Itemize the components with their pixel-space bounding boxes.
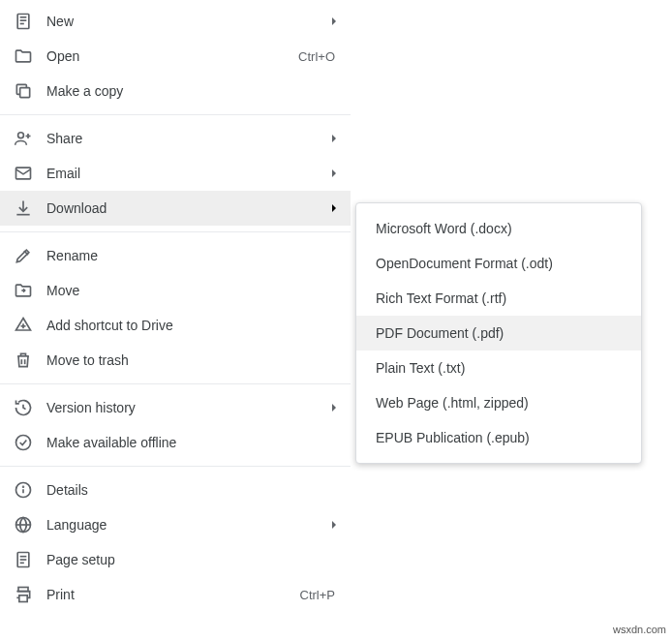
svg-marker-20: [332, 404, 336, 412]
history-icon: [14, 398, 33, 417]
submenu-item-epub[interactable]: EPUB Publication (.epub): [356, 420, 641, 455]
folder-move-icon: [14, 281, 33, 300]
svg-marker-4: [332, 17, 336, 25]
menu-item-print[interactable]: Print Ctrl+P: [0, 577, 351, 612]
menu-item-make-available-offline[interactable]: Make available offline: [0, 425, 351, 460]
menu-item-label: Share: [46, 131, 321, 146]
submenu-item-label: OpenDocument Format (.odt): [376, 256, 553, 271]
file-menu: New Open Ctrl+O Make a copy Share Email: [0, 0, 351, 612]
menu-item-label: Page setup: [46, 552, 339, 567]
menu-divider: [0, 466, 351, 467]
offline-icon: [14, 433, 33, 452]
download-submenu: Microsoft Word (.docx) OpenDocument Form…: [355, 202, 642, 464]
svg-rect-33: [19, 595, 27, 602]
submenu-item-html[interactable]: Web Page (.html, zipped): [356, 385, 641, 420]
submenu-item-label: Microsoft Word (.docx): [376, 221, 512, 236]
menu-item-rename[interactable]: Rename: [0, 238, 351, 273]
menu-item-new[interactable]: New: [0, 4, 351, 39]
trash-icon: [14, 351, 33, 370]
svg-point-21: [16, 436, 31, 450]
menu-item-label: Language: [46, 517, 321, 533]
submenu-arrow-icon: [329, 168, 339, 178]
svg-marker-11: [332, 169, 336, 177]
page-icon: [14, 550, 33, 569]
menu-item-download[interactable]: Download: [0, 191, 351, 226]
svg-point-24: [23, 486, 24, 487]
menu-divider: [0, 114, 351, 115]
menu-item-label: Email: [46, 166, 321, 181]
menu-item-email[interactable]: Email: [0, 156, 351, 191]
download-icon: [14, 198, 33, 218]
svg-point-6: [18, 133, 24, 138]
drive-shortcut-icon: [14, 316, 33, 335]
submenu-arrow-icon: [329, 403, 339, 412]
folder-icon: [14, 46, 33, 66]
submenu-item-label: Plain Text (.txt): [376, 360, 465, 376]
submenu-item-odt[interactable]: OpenDocument Format (.odt): [356, 246, 641, 281]
email-icon: [14, 164, 33, 183]
submenu-arrow-icon: [329, 134, 339, 143]
menu-item-label: Download: [46, 200, 321, 216]
submenu-item-docx[interactable]: Microsoft Word (.docx): [356, 211, 641, 246]
submenu-item-label: Rich Text Format (.rtf): [376, 290, 506, 306]
menu-divider: [0, 383, 351, 384]
submenu-item-label: PDF Document (.pdf): [376, 325, 504, 341]
globe-icon: [14, 515, 33, 534]
menu-item-shortcut: Ctrl+P: [300, 588, 335, 602]
menu-item-label: Open: [46, 48, 298, 64]
submenu-item-pdf[interactable]: PDF Document (.pdf): [356, 316, 641, 351]
menu-item-label: Rename: [46, 248, 339, 263]
submenu-arrow-icon: [329, 520, 339, 530]
menu-item-language[interactable]: Language: [0, 507, 351, 542]
menu-item-make-copy[interactable]: Make a copy: [0, 74, 351, 108]
menu-divider: [0, 231, 351, 232]
submenu-item-rtf[interactable]: Rich Text Format (.rtf): [356, 281, 641, 316]
submenu-item-label: EPUB Publication (.epub): [376, 430, 530, 445]
copy-icon: [14, 81, 33, 101]
submenu-item-txt[interactable]: Plain Text (.txt): [356, 351, 641, 385]
info-icon: [14, 480, 33, 500]
menu-item-label: Move to trash: [46, 352, 339, 368]
svg-marker-27: [332, 521, 336, 529]
menu-item-add-shortcut[interactable]: Add shortcut to Drive: [0, 308, 351, 343]
menu-item-share[interactable]: Share: [0, 121, 351, 156]
menu-item-move[interactable]: Move: [0, 273, 351, 308]
menu-item-label: Details: [46, 482, 339, 498]
menu-item-shortcut: Ctrl+O: [298, 49, 335, 64]
menu-item-label: Print: [46, 587, 300, 602]
menu-item-label: Add shortcut to Drive: [46, 318, 339, 333]
menu-item-label: Move: [46, 283, 339, 298]
pencil-icon: [14, 246, 33, 265]
menu-item-page-setup[interactable]: Page setup: [0, 542, 351, 577]
submenu-arrow-icon: [329, 203, 339, 213]
menu-item-details[interactable]: Details: [0, 473, 351, 507]
menu-item-move-to-trash[interactable]: Move to trash: [0, 343, 351, 378]
person-add-icon: [14, 129, 33, 148]
submenu-arrow-icon: [329, 16, 339, 26]
menu-item-label: Make available offline: [46, 435, 339, 450]
submenu-item-label: Web Page (.html, zipped): [376, 395, 529, 411]
menu-item-label: Version history: [46, 400, 321, 415]
menu-item-label: New: [46, 14, 321, 29]
print-icon: [14, 585, 33, 604]
svg-marker-9: [332, 135, 336, 142]
menu-item-open[interactable]: Open Ctrl+O: [0, 39, 351, 74]
menu-item-label: Make a copy: [46, 83, 339, 99]
document-icon: [14, 12, 33, 31]
svg-rect-5: [20, 88, 30, 98]
watermark: wsxdn.com: [613, 624, 666, 635]
svg-marker-14: [332, 204, 336, 212]
menu-item-version-history[interactable]: Version history: [0, 390, 351, 425]
